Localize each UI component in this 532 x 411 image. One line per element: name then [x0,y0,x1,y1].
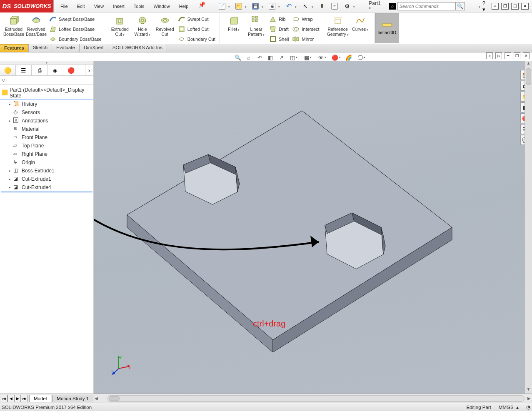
close-button[interactable]: ✕ [521,3,529,10]
tab-first[interactable]: ⏮ [1,395,7,402]
panel-grip[interactable]: ● [0,61,93,65]
tree-item-history[interactable]: ▸📜History [0,100,93,108]
lofted-cut-button[interactable]: Lofted Cut [177,24,216,34]
tree-root[interactable]: 🟨 Part1 (Default<<Default>_Display State [0,86,93,100]
extruded-boss-button[interactable]: Extruded Boss/Base [2,13,25,43]
restore-button[interactable]: ❐ [501,3,509,10]
tab-evaluate[interactable]: Evaluate [52,44,80,52]
rebuild-button[interactable]: 🚦 [316,1,328,11]
tab-next[interactable]: ▶ [14,395,21,402]
search-go-button[interactable]: 🔍 [456,2,465,10]
expand-icon[interactable]: ▸ [7,177,12,181]
expand-icon[interactable]: ▸ [7,169,12,173]
tree-item-front-plane[interactable]: ▱Front Plane [0,133,93,142]
boundary-boss-button[interactable]: Boundary Boss/Base [48,34,102,44]
minimize-button[interactable]: ━ [492,3,499,10]
feature-manager-tab[interactable]: 🟡 [0,65,16,75]
revolved-boss-button[interactable]: Revolved Boss/Base [25,13,47,43]
tab-dimxpert[interactable]: DimXpert [80,44,108,52]
print-button[interactable]: 🖨 [266,1,278,11]
swept-cut-button[interactable]: Swept Cut [177,14,216,24]
dimxpert-manager-tab[interactable]: ◈ [47,65,63,75]
tree-item-cut-extrude1[interactable]: ▸◪Cut-Extrude1 [0,175,93,183]
open-button[interactable]: 📂 [233,1,245,11]
revolved-cut-button[interactable]: Revolved Cut [154,13,176,43]
menu-tools[interactable]: Tools [130,1,149,11]
tab-sketch[interactable]: Sketch [29,44,52,52]
swept-boss-button[interactable]: Swept Boss/Base [48,14,102,24]
tab-prev[interactable]: ◀ [7,395,14,402]
tree-item-material-not-specified-[interactable]: ≋Material [0,125,93,133]
tree-item-annotations[interactable]: ▸🄰Annotations [0,117,93,125]
tab-addins[interactable]: SOLIDWORKS Add-Ins [108,44,167,52]
vscroll-up[interactable]: ▲ [525,61,532,67]
expand-icon[interactable]: ▸ [7,119,12,123]
tree-item-sensors[interactable]: ◎Sensors [0,108,93,117]
mdi-minimize[interactable]: ━ [505,52,511,59]
property-manager-tab[interactable]: ☰ [16,65,32,75]
mdi-restore[interactable]: ❐ [514,52,520,59]
linear-pattern-button[interactable]: Linear Pattern [245,13,267,43]
intersect-button[interactable]: Intersect [291,24,320,34]
status-units[interactable]: MMGS ▴ [499,404,519,410]
doc-props-button[interactable]: ≡ [329,1,340,11]
menu-window[interactable]: Window [150,1,174,11]
model-tab[interactable]: Model [29,395,51,402]
mdi-collapse-left[interactable]: ◁ [486,52,493,59]
configuration-manager-tab[interactable]: ⎙ [32,65,47,75]
tab-features[interactable]: Features [0,44,29,52]
boundary-cut-button[interactable]: Boundary Cut [177,34,216,44]
expand-icon[interactable]: ▸ [7,185,12,189]
hole-wizard-button[interactable]: Hole Wizard [131,13,154,43]
tree-item-origin[interactable]: ↳Origin [0,158,93,167]
tree-item-top-plane[interactable]: ▱Top Plane [0,142,93,150]
reference-geometry-button[interactable]: Reference Geometry [327,13,349,43]
extruded-cut-button[interactable]: Extruded Cut [109,13,131,43]
rib-button[interactable]: Rib [268,14,290,24]
motion-study-tab[interactable]: Motion Study 1 [52,395,93,402]
menu-insert[interactable]: Insert [109,1,129,11]
options-button[interactable]: ⚙ [341,1,353,11]
curves-button[interactable]: Curves [349,13,372,43]
search-options[interactable] [467,1,478,11]
shell-button[interactable]: Shell [268,34,290,44]
select-button[interactable]: ↖ [300,1,311,11]
hscroll-thumb[interactable] [109,396,120,401]
new-button[interactable]: 📄 [216,1,228,11]
vscroll-down[interactable]: ▼ [525,387,532,394]
panel-expand[interactable]: › [85,65,93,75]
draft-button[interactable]: Draft [268,24,290,34]
rollback-bar[interactable] [1,192,92,192]
graphics-viewport[interactable]: ctrl+drag y x z 🏠 🗃 📁 ◧ 🔴 ☰ 💬 ▲ ▼ [94,61,532,394]
menu-view[interactable]: View [90,1,108,11]
mdi-close[interactable]: ✕ [523,52,530,59]
maximize-button[interactable]: ☐ [511,3,519,10]
tree-item-boss-extrude1[interactable]: ▸◫Boss-Extrude1 [0,167,93,175]
mirror-button[interactable]: Mirror [291,34,320,44]
menu-help[interactable]: Help [175,1,193,11]
hscroll-left[interactable]: ◀ [93,396,99,401]
instant3d-button[interactable]: Instant3D [375,13,399,43]
fillet-button[interactable]: Fillet [222,13,245,43]
vscroll-thumb[interactable] [526,68,531,85]
tab-last[interactable]: ⏭ [21,395,27,402]
horizontal-scrollbar[interactable] [107,395,525,402]
menu-file[interactable]: File [56,1,72,11]
search-input[interactable] [397,2,456,10]
tree-item-right-plane[interactable]: ▱Right Plane [0,150,93,158]
vertical-scrollbar[interactable]: ▲ ▼ [525,61,532,394]
display-manager-tab[interactable]: 🔴 [63,65,79,75]
menu-edit[interactable]: Edit [73,1,89,11]
save-button[interactable]: 💾 [250,1,261,11]
tree-item-cut-extrude4[interactable]: ▸◪Cut-Extrude4 [0,183,93,192]
lofted-boss-button[interactable]: Lofted Boss/Base [48,24,102,34]
undo-button[interactable]: ↶ [283,1,295,11]
hscroll-right[interactable]: ▶ [526,396,532,401]
help-button[interactable]: ? ▾ [482,0,489,12]
status-customize[interactable]: ◔ [526,404,530,410]
tree-filter[interactable]: ▽ [0,76,93,85]
expand-icon[interactable]: ▸ [7,102,12,106]
pin-icon[interactable]: 📌 [196,1,208,11]
mdi-collapse-right[interactable]: ▷ [495,52,502,59]
wrap-button[interactable]: Wrap [291,14,320,24]
